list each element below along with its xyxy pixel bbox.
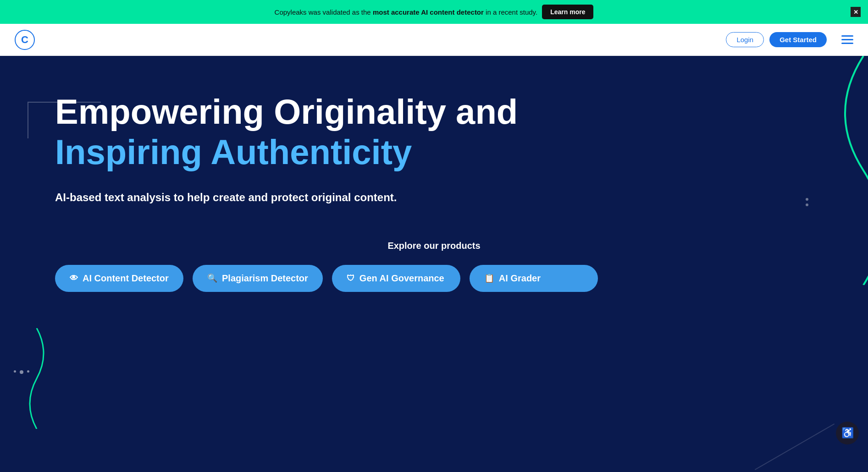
hero-title-white: Empowering Originality and (55, 93, 518, 131)
hero-title-blue: Inspiring Authenticity (55, 131, 412, 173)
ai-content-detector-icon: 👁 (70, 274, 78, 283)
login-button[interactable]: Login (726, 32, 764, 47)
deco-dot-r1 (806, 198, 808, 201)
ai-content-detector-label: AI Content Detector (83, 273, 169, 284)
logo[interactable]: C (15, 30, 35, 50)
deco-dot-1 (14, 370, 16, 373)
hero-section: Empowering Originality and Inspiring Aut… (0, 56, 868, 472)
gen-ai-governance-label: Gen AI Governance (359, 273, 444, 284)
gen-ai-governance-icon: 🛡 (347, 274, 355, 283)
deco-wave-bottom-left (18, 328, 55, 429)
hamburger-menu-button[interactable] (841, 35, 853, 44)
top-banner: Copyleaks was validated as the most accu… (0, 0, 868, 24)
deco-dots-right (806, 198, 808, 206)
gen-ai-governance-button[interactable]: 🛡 Gen AI Governance (332, 265, 460, 292)
banner-text-bold: most accurate AI content detector (373, 8, 484, 16)
hamburger-line-1 (841, 35, 853, 37)
ai-grader-icon: 📋 (484, 273, 494, 283)
deco-dot-r2 (806, 203, 808, 206)
deco-line-bottom-right (755, 423, 835, 470)
deco-line-top-left (28, 102, 101, 138)
deco-dot-2 (20, 370, 23, 374)
plagiarism-detector-icon: 🔍 (207, 273, 217, 283)
explore-label: Explore our products (55, 241, 813, 251)
accessibility-button[interactable]: ♿ (836, 422, 859, 445)
learn-more-button[interactable]: Learn more (542, 5, 593, 19)
banner-text-suffix: in a recent study. (484, 8, 537, 16)
hero-subtitle: AI-based text analysis to help create an… (55, 191, 397, 204)
hamburger-line-2 (841, 39, 853, 40)
close-banner-button[interactable]: ✕ (851, 7, 861, 17)
nav-right: Login Get Started (726, 32, 853, 47)
banner-text-prefix: Copyleaks was validated as the (275, 8, 373, 16)
ai-content-detector-button[interactable]: 👁 AI Content Detector (55, 265, 183, 292)
product-buttons: 👁 AI Content Detector 🔍 Plagiarism Detec… (55, 265, 813, 292)
navbar: C Login Get Started (0, 24, 868, 56)
deco-wave-right (813, 56, 868, 285)
ai-grader-label: AI Grader (499, 273, 541, 284)
hamburger-line-3 (841, 43, 853, 44)
get-started-button[interactable]: Get Started (769, 32, 827, 47)
plagiarism-detector-label: Plagiarism Detector (222, 273, 308, 284)
deco-dots (14, 370, 29, 374)
plagiarism-detector-button[interactable]: 🔍 Plagiarism Detector (193, 265, 323, 292)
logo-icon: C (15, 30, 35, 50)
ai-grader-button[interactable]: 📋 AI Grader (470, 265, 598, 292)
banner-text: Copyleaks was validated as the most accu… (275, 8, 538, 16)
deco-dot-3 (27, 370, 29, 373)
